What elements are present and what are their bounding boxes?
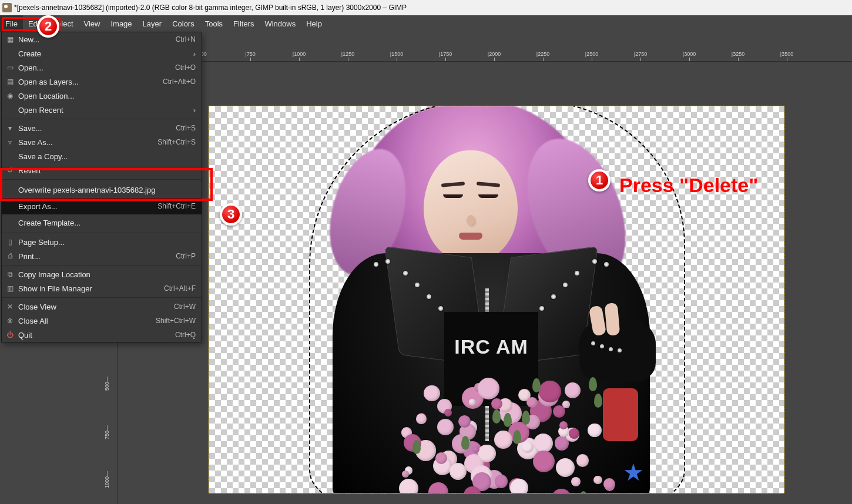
menu-item-show-in-fm[interactable]: ▥ Show in File Manager Ctrl+Alt+F (2, 281, 202, 295)
print-icon: ⎙ (5, 252, 15, 260)
copy-icon: ⧉ (5, 270, 15, 278)
image-subject: IRC AM ★ (315, 106, 691, 493)
menu-separator (2, 179, 202, 180)
globe-icon: ◉ (5, 92, 15, 100)
subject-flowers (397, 377, 620, 493)
menu-windows[interactable]: Windows (259, 15, 301, 32)
menu-item-revert[interactable]: ↺ Revert (2, 163, 202, 177)
menu-item-open-recent[interactable]: Open Recent › (2, 103, 202, 117)
menu-item-open-location[interactable]: ◉ Open Location... (2, 89, 202, 103)
menu-colors[interactable]: Colors (167, 15, 200, 32)
save-as-icon: ▿ (5, 138, 15, 146)
file-menu-dropdown: ▦ New... Ctrl+N Create › ▭ Open... Ctrl+… (1, 32, 202, 342)
document-new-icon: ▦ (5, 35, 15, 43)
canvas-workarea: |250|500|750|1000|1250|1500|1750|2000|22… (106, 50, 852, 504)
menu-item-copy-location[interactable]: ⧉ Copy Image Location (2, 267, 202, 281)
menu-layer[interactable]: Layer (137, 15, 167, 32)
menu-image[interactable]: Image (105, 15, 137, 32)
menu-item-print[interactable]: ⎙ Print... Ctrl+P (2, 249, 202, 263)
image-canvas[interactable]: IRC AM ★ (209, 106, 784, 493)
annotation-badge-1: 1 (588, 169, 611, 191)
menu-item-overwrite[interactable]: Overwrite pexels-annetnavi-1035682.jpg (2, 182, 202, 198)
quit-icon: ⏻ (5, 331, 15, 339)
submenu-arrow-icon: › (193, 49, 196, 58)
menu-item-open-layers[interactable]: ▤ Open as Layers... Ctrl+Alt+O (2, 75, 202, 89)
menubar: File Edit Select View Image Layer Colors… (0, 15, 852, 32)
star-patch-icon: ★ (623, 459, 644, 486)
menu-item-open[interactable]: ▭ Open... Ctrl+O (2, 61, 202, 75)
menu-separator (2, 119, 202, 119)
layers-icon: ▤ (5, 78, 15, 86)
folder-icon: ▥ (5, 284, 15, 293)
menu-item-quit[interactable]: ⏻ Quit Ctrl+Q (2, 328, 202, 342)
window-title: *[pexels-annetnavi-1035682] (imported)-2… (14, 4, 407, 12)
annotation-badge-3: 3 (220, 203, 242, 226)
menu-separator (2, 297, 202, 298)
page-setup-icon: ▯ (5, 238, 15, 246)
menu-item-save-copy[interactable]: Save a Copy... (2, 149, 202, 163)
revert-icon: ↺ (5, 166, 15, 174)
subject-face (424, 150, 518, 262)
annotation-badge-2: 2 (37, 15, 59, 38)
menu-view[interactable]: View (79, 15, 106, 32)
menu-item-new[interactable]: ▦ New... Ctrl+N (2, 32, 202, 46)
close-icon: ✕ (5, 303, 15, 311)
window-titlebar: *[pexels-annetnavi-1035682] (imported)-2… (0, 0, 852, 15)
menu-item-create-template[interactable]: Create Template... (2, 214, 202, 231)
menu-help[interactable]: Help (301, 15, 327, 32)
menu-file[interactable]: File (0, 15, 23, 32)
menu-separator (2, 265, 202, 266)
menu-filters[interactable]: Filters (228, 15, 259, 32)
menu-item-save-as[interactable]: ▿ Save As... Shift+Ctrl+S (2, 135, 202, 149)
tee-graphic-text: IRC AM (444, 335, 538, 358)
menu-item-export-as[interactable]: Export As... Shift+Ctrl+E (2, 198, 202, 214)
menu-item-close-view[interactable]: ✕ Close View Ctrl+W (2, 300, 202, 314)
menu-tools[interactable]: Tools (200, 15, 228, 32)
submenu-arrow-icon: › (193, 106, 196, 115)
subject-glove (579, 318, 656, 382)
menu-item-close-all[interactable]: ⊗ Close All Shift+Ctrl+W (2, 314, 202, 328)
canvas-background: IRC AM ★ (118, 62, 852, 504)
ruler-horizontal[interactable]: |250|500|750|1000|1250|1500|1750|2000|22… (118, 50, 852, 62)
menu-item-save[interactable]: ▾ Save... Ctrl+S (2, 121, 202, 135)
menu-separator (2, 233, 202, 233)
save-icon: ▾ (5, 124, 15, 132)
gimp-wilber-icon (2, 3, 12, 12)
close-all-icon: ⊗ (5, 317, 15, 325)
annotation-text-1: Press "Delete" (619, 174, 758, 197)
folder-open-icon: ▭ (5, 63, 15, 72)
menu-item-create[interactable]: Create › (2, 46, 202, 61)
menu-item-page-setup[interactable]: ▯ Page Setup... (2, 235, 202, 249)
